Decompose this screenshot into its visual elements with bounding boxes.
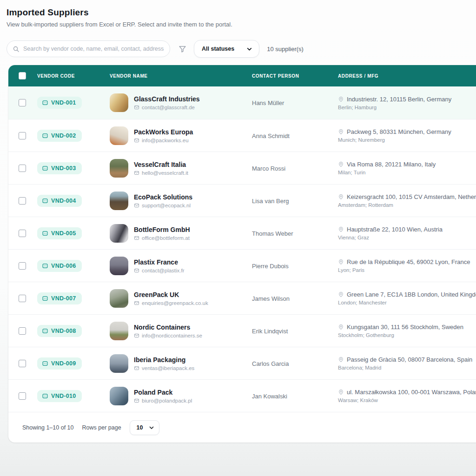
vendor-name: GlassCraft Industries	[134, 95, 200, 103]
address-text: Passeig de Gràcia 50, 08007 Barcelona, S…	[347, 356, 472, 363]
vendor-email: office@bottleform.at	[142, 235, 190, 241]
vendor-code-badge: VND-008	[37, 325, 82, 337]
vendor-email: support@ecopack.nl	[142, 203, 191, 208]
vendor-code-badge: VND-007	[37, 292, 82, 304]
search-input[interactable]	[23, 46, 164, 52]
email-icon	[134, 138, 139, 143]
location-pin-icon	[338, 161, 344, 167]
table-row[interactable]: VND-004 EcoPack Solutions support@ecopac…	[8, 184, 476, 217]
vendor-email: contact@glasscraft.de	[142, 105, 195, 110]
filter-funnel-icon[interactable]	[178, 45, 186, 53]
status-filter-select[interactable]: All statuses	[194, 40, 259, 58]
row-checkbox[interactable]	[19, 99, 26, 106]
email-icon	[134, 105, 139, 110]
email-icon	[134, 235, 139, 241]
vendor-code-badge: VND-002	[37, 130, 82, 142]
page-title: Imported Suppliers	[7, 7, 476, 18]
table-row[interactable]: VND-001 GlassCraft Industries contact@gl…	[8, 86, 476, 119]
supplier-avatar	[110, 93, 128, 112]
location-pin-icon	[338, 129, 344, 135]
vendor-name: Plastix France	[134, 258, 185, 266]
vendor-id-icon	[42, 165, 48, 172]
table-row[interactable]: VND-010 Poland Pack biuro@polandpack.pl …	[8, 379, 476, 412]
mfg-sites-text: Vienna; Graz	[338, 235, 476, 240]
table-row[interactable]: VND-003 VesselCraft Italia hello@vesselc…	[8, 152, 476, 184]
vendor-code-text: VND-001	[51, 99, 76, 106]
select-all-checkbox[interactable]	[19, 72, 26, 79]
contact-person: Pierre Dubois	[252, 263, 289, 270]
contact-person: Marco Rossi	[252, 165, 285, 172]
row-checkbox[interactable]	[19, 262, 26, 270]
table-row[interactable]: VND-008 Nordic Containers info@nordiccon…	[8, 314, 476, 347]
table-header-row: Vendor Code Vendor Name Contact Person A…	[8, 65, 476, 86]
vendor-id-icon	[42, 99, 48, 106]
chevron-down-icon	[246, 46, 252, 52]
row-checkbox[interactable]	[19, 165, 26, 172]
vendor-email: enquiries@greenpack.co.uk	[142, 300, 208, 306]
table-row[interactable]: VND-002 PackWorks Europa info@packworks.…	[8, 119, 476, 152]
vendor-id-icon	[42, 393, 48, 399]
vendor-id-icon	[42, 198, 48, 204]
vendor-id-icon	[42, 328, 48, 334]
contact-person: Hans Müller	[252, 99, 284, 106]
vendor-name: PackWorks Europa	[134, 128, 193, 136]
rows-per-page-select[interactable]: 10	[130, 420, 159, 435]
rows-per-page-value: 10	[137, 424, 143, 431]
column-header-address-mfg: Address / MFG	[338, 73, 476, 79]
mfg-sites-text: Amsterdam; Rotterdam	[338, 202, 476, 208]
vendor-code-text: VND-005	[51, 230, 76, 237]
table-row[interactable]: VND-009 Iberia Packaging ventas@iberiapa…	[8, 347, 476, 379]
vendor-code-text: VND-010	[51, 393, 76, 399]
vendor-code-badge: VND-009	[37, 357, 82, 370]
email-icon	[134, 333, 139, 338]
contact-person: Erik Lindqvist	[252, 328, 288, 335]
vendor-code-badge: VND-001	[37, 97, 82, 109]
search-box[interactable]	[7, 40, 170, 57]
contact-person: James Wilson	[252, 295, 290, 302]
vendor-code-text: VND-006	[51, 263, 76, 269]
vendor-id-icon	[42, 132, 48, 139]
row-checkbox[interactable]	[19, 360, 26, 367]
email-icon	[134, 170, 139, 176]
contact-person: Anna Schmidt	[252, 132, 290, 139]
row-checkbox[interactable]	[19, 230, 26, 237]
address-text: Hauptstraße 22, 1010 Wien, Austria	[347, 226, 443, 233]
supplier-avatar	[110, 257, 128, 275]
vendor-id-icon	[42, 263, 48, 269]
vendor-code-text: VND-008	[51, 328, 76, 334]
toolbar: All statuses 10 supplier(s)	[7, 40, 476, 58]
location-pin-icon	[338, 291, 344, 298]
mfg-sites-text: Lyon; Paris	[338, 267, 476, 273]
row-checkbox[interactable]	[19, 392, 26, 400]
vendor-code-badge: VND-003	[37, 162, 82, 174]
location-pin-icon	[338, 194, 344, 200]
row-checkbox[interactable]	[19, 197, 26, 205]
search-icon	[13, 46, 20, 53]
page-header: Imported Suppliers View bulk-imported su…	[0, 0, 476, 28]
rows-per-page-label: Rows per page	[82, 424, 121, 431]
address-text: Green Lane 7, EC1A 1BB London, United Ki…	[347, 291, 476, 298]
mfg-sites-text: London; Manchester	[338, 300, 476, 305]
address-text: Industriestr. 12, 10115 Berlin, Germany	[347, 96, 451, 103]
location-pin-icon	[338, 389, 344, 395]
mfg-sites-text: Munich; Nuremberg	[338, 137, 476, 143]
vendor-code-badge: VND-006	[37, 260, 82, 272]
chevron-down-icon	[149, 425, 154, 430]
column-header-vendor-name: Vendor Name	[110, 73, 252, 79]
page-subtitle: View bulk-imported suppliers from Excel …	[7, 21, 476, 28]
pagination-summary: Showing 1–10 of 10	[22, 424, 74, 431]
table-footer: Showing 1–10 of 10 Rows per page 10	[8, 412, 476, 443]
supplier-avatar	[110, 159, 128, 178]
table-body: VND-001 GlassCraft Industries contact@gl…	[8, 86, 476, 412]
contact-person: Thomas Weber	[252, 230, 293, 237]
supplier-count: 10 supplier(s)	[267, 46, 304, 53]
row-checkbox[interactable]	[19, 132, 26, 139]
table-row[interactable]: VND-006 Plastix France contact@plastix.f…	[8, 249, 476, 282]
mfg-sites-text: Stockholm; Gothenburg	[338, 332, 476, 338]
row-checkbox[interactable]	[19, 327, 26, 335]
row-checkbox[interactable]	[19, 295, 26, 302]
table-row[interactable]: VND-007 GreenPack UK enquiries@greenpack…	[8, 282, 476, 314]
suppliers-table: Vendor Code Vendor Name Contact Person A…	[8, 65, 476, 443]
table-row[interactable]: VND-005 BottleForm GmbH office@bottlefor…	[8, 217, 476, 249]
vendor-email: info@packworks.eu	[142, 138, 189, 143]
